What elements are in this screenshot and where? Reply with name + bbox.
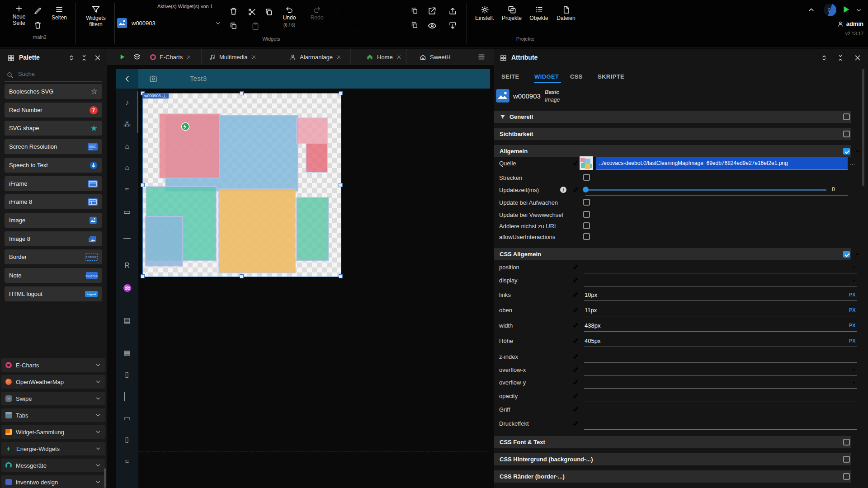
update-aufwachen-checkbox[interactable]: [583, 199, 590, 206]
paste-button[interactable]: [251, 22, 259, 30]
resize-handle-n[interactable]: [240, 91, 244, 95]
css-row-value[interactable]: 11px: [585, 307, 597, 314]
addiere-url-checkbox[interactable]: [583, 222, 590, 229]
updatezeit-slider-thumb[interactable]: [583, 187, 589, 192]
attrs-close-button[interactable]: [854, 54, 861, 61]
selected-image-widget[interactable]: w000903 ⚓: [143, 94, 341, 277]
objects-button[interactable]: Objekte: [526, 5, 552, 22]
view-tab-alarmanlage[interactable]: Alarmanlage: [285, 49, 351, 65]
link-icon[interactable]: [572, 337, 579, 344]
close-icon[interactable]: [336, 55, 341, 60]
import-widgets-button[interactable]: [448, 21, 457, 30]
quelle-thumbnail[interactable]: [580, 156, 593, 170]
palette-group-openweathermap[interactable]: OpenWeatherMap: [1, 375, 105, 389]
attrs-expand-all-button[interactable]: [821, 54, 828, 61]
attrs-collapse-all-button[interactable]: [837, 54, 844, 61]
view-tab-home[interactable]: Home: [362, 49, 407, 65]
run-options-button[interactable]: [855, 7, 862, 14]
close-icon[interactable]: [251, 55, 256, 60]
palette-item-screen-resolution[interactable]: Screen Resolution: [5, 139, 102, 154]
tab-skripte[interactable]: SKRIPTE: [598, 73, 624, 80]
open-preview-button[interactable]: [428, 7, 436, 15]
resize-handle-sw[interactable]: [141, 274, 145, 278]
section-css-background-checkbox[interactable]: [843, 456, 850, 463]
resize-handle-s[interactable]: [240, 274, 244, 278]
palette-group-widget-sammlung[interactable]: Widget-Sammlung: [1, 425, 105, 439]
edit-canvas[interactable]: Test3 ♪ ⁂ ⌂ ⌂ ≈ ▭ — R ♒ ▤ ▦ ▯ ▏ ▭ ▯ ≈: [107, 65, 494, 488]
distribute-vertical-button[interactable]: [367, 21, 375, 29]
chevron-up-icon[interactable]: [854, 251, 861, 257]
section-generell[interactable]: Generell: [494, 111, 851, 123]
palette-item-border[interactable]: Border BORDER: [5, 249, 102, 264]
section-css-font[interactable]: CSS Font & Text: [494, 436, 851, 448]
quelle-input[interactable]: ../ecovacs-deebot.0/lastCleaningMapImage…: [596, 157, 848, 169]
tab-seite[interactable]: SEITE: [501, 73, 519, 80]
align-left-button[interactable]: [338, 7, 346, 14]
sidebar-scrollbar[interactable]: [137, 91, 138, 133]
chevron-down-icon[interactable]: [851, 277, 857, 284]
views-manager-button[interactable]: [133, 53, 141, 61]
link-icon[interactable]: [572, 366, 579, 373]
palette-item-image-8[interactable]: Image 8: [5, 231, 102, 246]
settings-button[interactable]: Einstell.: [472, 5, 497, 22]
collapse-toolbar-button[interactable]: [807, 6, 815, 14]
copy-button[interactable]: [264, 8, 273, 16]
redo-button[interactable]: Redo: [306, 5, 328, 21]
palette-item-image[interactable]: Image: [5, 213, 102, 228]
run-view-button[interactable]: [118, 53, 126, 61]
palette-group-tabs[interactable]: Tabs: [1, 408, 105, 422]
back-button-widget[interactable]: [116, 69, 138, 89]
link-icon[interactable]: [572, 420, 579, 427]
section-sichtbarkeit-checkbox[interactable]: [843, 131, 850, 137]
align-right-button[interactable]: [338, 21, 346, 29]
section-css-border[interactable]: CSS Ränder (border-...): [494, 470, 851, 483]
css-row-value[interactable]: 10px: [585, 291, 597, 298]
link-icon[interactable]: [572, 392, 579, 399]
updatezeit-slider-rail[interactable]: [585, 189, 826, 191]
export-widgets-button[interactable]: [448, 7, 457, 15]
palette-collapse-all-button[interactable]: [80, 54, 88, 61]
filter-widgets-button[interactable]: Widgets filtern: [81, 5, 110, 28]
css-row-value[interactable]: 405px: [585, 338, 600, 344]
info-icon[interactable]: i: [560, 187, 566, 193]
palette-item-iframe[interactable]: iFrame: [5, 176, 102, 191]
link-icon[interactable]: [572, 353, 579, 360]
cut-button[interactable]: [248, 8, 256, 16]
link-icon[interactable]: [572, 263, 579, 271]
run-project-button[interactable]: [841, 5, 851, 14]
close-icon[interactable]: [186, 55, 191, 60]
section-css-border-checkbox[interactable]: [843, 473, 850, 480]
resize-width-button[interactable]: [382, 7, 389, 14]
palette-item-boolesches-svg[interactable]: Boolesches SVG ☆: [5, 84, 102, 99]
chevron-up-icon[interactable]: [854, 148, 861, 154]
section-allgemein-checkbox[interactable]: [843, 148, 850, 155]
quelle-more-button[interactable]: ...: [850, 160, 855, 166]
search-input[interactable]: [17, 70, 100, 78]
palette-item-speech-to-text[interactable]: Speech to Text: [5, 158, 102, 173]
pages-button[interactable]: Seiten: [48, 5, 70, 21]
resize-handle-w[interactable]: [141, 183, 145, 187]
palette-item-svg-shape[interactable]: SVG shape ★: [5, 121, 102, 136]
delete-widget-button[interactable]: [229, 7, 238, 15]
palette-group-energie-widgets[interactable]: Energie-Widgets: [1, 442, 105, 455]
palette-scrollbar[interactable]: [104, 468, 106, 488]
palette-item-html-logout[interactable]: HTML logout Logout: [5, 286, 102, 301]
strecken-checkbox[interactable]: [583, 174, 590, 181]
section-generell-checkbox[interactable]: [843, 113, 850, 120]
resize-height-button[interactable]: [382, 21, 389, 29]
palette-item-iframe-8[interactable]: iFrame 8: [5, 194, 102, 209]
palette-group-messgeraete[interactable]: Messgeräte: [1, 459, 105, 472]
chevron-down-icon[interactable]: [851, 264, 857, 271]
widget-select[interactable]: w000903: [117, 16, 222, 30]
link-icon[interactable]: [572, 379, 579, 386]
section-css-allgemein-checkbox[interactable]: [843, 251, 850, 258]
delete-page-button[interactable]: [33, 21, 42, 29]
clone-size-2-button[interactable]: [410, 21, 418, 29]
unit-px-badge[interactable]: PX: [849, 307, 856, 313]
css-row-value[interactable]: 438px: [585, 322, 600, 329]
theme-toggle-button[interactable]: ☾: [824, 4, 836, 16]
link-icon[interactable]: [572, 160, 579, 167]
palette-expand-all-button[interactable]: [68, 54, 75, 61]
undo-button[interactable]: Undo (6 / 6): [278, 5, 301, 28]
link-icon[interactable]: [572, 186, 579, 193]
